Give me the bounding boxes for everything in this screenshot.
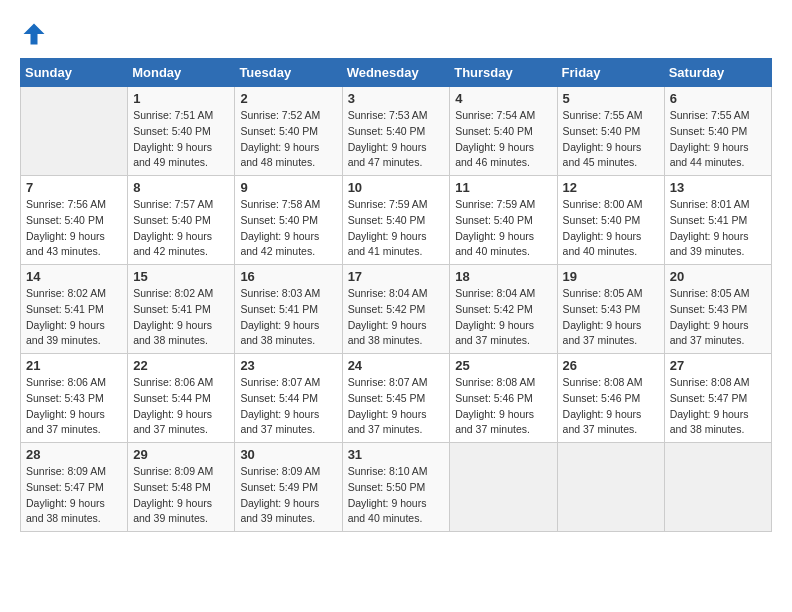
calendar-cell: 10Sunrise: 7:59 AMSunset: 5:40 PMDayligh… (342, 176, 450, 265)
day-info: Sunrise: 8:08 AMSunset: 5:46 PMDaylight:… (563, 375, 659, 438)
day-info: Sunrise: 7:53 AMSunset: 5:40 PMDaylight:… (348, 108, 445, 171)
day-info: Sunrise: 8:04 AMSunset: 5:42 PMDaylight:… (348, 286, 445, 349)
calendar-cell: 8Sunrise: 7:57 AMSunset: 5:40 PMDaylight… (128, 176, 235, 265)
calendar-cell: 25Sunrise: 8:08 AMSunset: 5:46 PMDayligh… (450, 354, 557, 443)
day-info: Sunrise: 8:06 AMSunset: 5:43 PMDaylight:… (26, 375, 122, 438)
calendar-cell (450, 443, 557, 532)
day-info: Sunrise: 7:52 AMSunset: 5:40 PMDaylight:… (240, 108, 336, 171)
day-number: 31 (348, 447, 445, 462)
calendar-table: SundayMondayTuesdayWednesdayThursdayFrid… (20, 58, 772, 532)
calendar-cell: 21Sunrise: 8:06 AMSunset: 5:43 PMDayligh… (21, 354, 128, 443)
col-header-sunday: Sunday (21, 59, 128, 87)
day-info: Sunrise: 7:56 AMSunset: 5:40 PMDaylight:… (26, 197, 122, 260)
day-number: 22 (133, 358, 229, 373)
calendar-cell: 16Sunrise: 8:03 AMSunset: 5:41 PMDayligh… (235, 265, 342, 354)
calendar-cell: 15Sunrise: 8:02 AMSunset: 5:41 PMDayligh… (128, 265, 235, 354)
calendar-cell: 29Sunrise: 8:09 AMSunset: 5:48 PMDayligh… (128, 443, 235, 532)
day-number: 3 (348, 91, 445, 106)
day-info: Sunrise: 8:09 AMSunset: 5:49 PMDaylight:… (240, 464, 336, 527)
day-number: 25 (455, 358, 551, 373)
col-header-wednesday: Wednesday (342, 59, 450, 87)
day-info: Sunrise: 8:05 AMSunset: 5:43 PMDaylight:… (670, 286, 766, 349)
col-header-friday: Friday (557, 59, 664, 87)
day-info: Sunrise: 7:54 AMSunset: 5:40 PMDaylight:… (455, 108, 551, 171)
day-number: 14 (26, 269, 122, 284)
logo (20, 20, 52, 48)
day-number: 8 (133, 180, 229, 195)
day-info: Sunrise: 8:02 AMSunset: 5:41 PMDaylight:… (133, 286, 229, 349)
day-number: 24 (348, 358, 445, 373)
calendar-cell (557, 443, 664, 532)
day-number: 9 (240, 180, 336, 195)
day-info: Sunrise: 7:55 AMSunset: 5:40 PMDaylight:… (670, 108, 766, 171)
day-number: 4 (455, 91, 551, 106)
calendar-cell: 13Sunrise: 8:01 AMSunset: 5:41 PMDayligh… (664, 176, 771, 265)
calendar-cell: 31Sunrise: 8:10 AMSunset: 5:50 PMDayligh… (342, 443, 450, 532)
calendar-cell: 4Sunrise: 7:54 AMSunset: 5:40 PMDaylight… (450, 87, 557, 176)
calendar-cell: 6Sunrise: 7:55 AMSunset: 5:40 PMDaylight… (664, 87, 771, 176)
calendar-week-4: 21Sunrise: 8:06 AMSunset: 5:43 PMDayligh… (21, 354, 772, 443)
calendar-cell: 3Sunrise: 7:53 AMSunset: 5:40 PMDaylight… (342, 87, 450, 176)
day-info: Sunrise: 8:03 AMSunset: 5:41 PMDaylight:… (240, 286, 336, 349)
calendar-cell (21, 87, 128, 176)
day-number: 23 (240, 358, 336, 373)
day-number: 11 (455, 180, 551, 195)
calendar-cell: 17Sunrise: 8:04 AMSunset: 5:42 PMDayligh… (342, 265, 450, 354)
day-number: 21 (26, 358, 122, 373)
day-number: 5 (563, 91, 659, 106)
calendar-cell: 24Sunrise: 8:07 AMSunset: 5:45 PMDayligh… (342, 354, 450, 443)
day-info: Sunrise: 8:08 AMSunset: 5:46 PMDaylight:… (455, 375, 551, 438)
day-number: 16 (240, 269, 336, 284)
calendar-cell: 11Sunrise: 7:59 AMSunset: 5:40 PMDayligh… (450, 176, 557, 265)
calendar-cell: 19Sunrise: 8:05 AMSunset: 5:43 PMDayligh… (557, 265, 664, 354)
day-number: 26 (563, 358, 659, 373)
calendar-cell (664, 443, 771, 532)
calendar-cell: 23Sunrise: 8:07 AMSunset: 5:44 PMDayligh… (235, 354, 342, 443)
day-number: 18 (455, 269, 551, 284)
day-info: Sunrise: 8:09 AMSunset: 5:47 PMDaylight:… (26, 464, 122, 527)
day-info: Sunrise: 7:59 AMSunset: 5:40 PMDaylight:… (455, 197, 551, 260)
day-number: 30 (240, 447, 336, 462)
calendar-cell: 7Sunrise: 7:56 AMSunset: 5:40 PMDaylight… (21, 176, 128, 265)
day-number: 15 (133, 269, 229, 284)
calendar-cell: 1Sunrise: 7:51 AMSunset: 5:40 PMDaylight… (128, 87, 235, 176)
calendar-cell: 20Sunrise: 8:05 AMSunset: 5:43 PMDayligh… (664, 265, 771, 354)
day-number: 6 (670, 91, 766, 106)
day-number: 1 (133, 91, 229, 106)
day-number: 29 (133, 447, 229, 462)
calendar-week-2: 7Sunrise: 7:56 AMSunset: 5:40 PMDaylight… (21, 176, 772, 265)
day-number: 27 (670, 358, 766, 373)
col-header-monday: Monday (128, 59, 235, 87)
col-header-saturday: Saturday (664, 59, 771, 87)
col-header-thursday: Thursday (450, 59, 557, 87)
day-info: Sunrise: 8:00 AMSunset: 5:40 PMDaylight:… (563, 197, 659, 260)
calendar-cell: 22Sunrise: 8:06 AMSunset: 5:44 PMDayligh… (128, 354, 235, 443)
header-row: SundayMondayTuesdayWednesdayThursdayFrid… (21, 59, 772, 87)
calendar-cell: 14Sunrise: 8:02 AMSunset: 5:41 PMDayligh… (21, 265, 128, 354)
col-header-tuesday: Tuesday (235, 59, 342, 87)
day-info: Sunrise: 7:59 AMSunset: 5:40 PMDaylight:… (348, 197, 445, 260)
logo-icon (20, 20, 48, 48)
day-info: Sunrise: 8:05 AMSunset: 5:43 PMDaylight:… (563, 286, 659, 349)
day-info: Sunrise: 8:01 AMSunset: 5:41 PMDaylight:… (670, 197, 766, 260)
day-number: 19 (563, 269, 659, 284)
day-info: Sunrise: 8:10 AMSunset: 5:50 PMDaylight:… (348, 464, 445, 527)
svg-marker-0 (24, 24, 45, 45)
day-info: Sunrise: 8:07 AMSunset: 5:45 PMDaylight:… (348, 375, 445, 438)
calendar-cell: 9Sunrise: 7:58 AMSunset: 5:40 PMDaylight… (235, 176, 342, 265)
day-number: 2 (240, 91, 336, 106)
calendar-cell: 27Sunrise: 8:08 AMSunset: 5:47 PMDayligh… (664, 354, 771, 443)
calendar-cell: 2Sunrise: 7:52 AMSunset: 5:40 PMDaylight… (235, 87, 342, 176)
day-info: Sunrise: 8:04 AMSunset: 5:42 PMDaylight:… (455, 286, 551, 349)
page-header (20, 20, 772, 48)
day-info: Sunrise: 8:07 AMSunset: 5:44 PMDaylight:… (240, 375, 336, 438)
calendar-week-3: 14Sunrise: 8:02 AMSunset: 5:41 PMDayligh… (21, 265, 772, 354)
day-info: Sunrise: 8:09 AMSunset: 5:48 PMDaylight:… (133, 464, 229, 527)
calendar-cell: 30Sunrise: 8:09 AMSunset: 5:49 PMDayligh… (235, 443, 342, 532)
day-number: 10 (348, 180, 445, 195)
day-number: 13 (670, 180, 766, 195)
day-number: 28 (26, 447, 122, 462)
calendar-week-1: 1Sunrise: 7:51 AMSunset: 5:40 PMDaylight… (21, 87, 772, 176)
day-info: Sunrise: 8:08 AMSunset: 5:47 PMDaylight:… (670, 375, 766, 438)
day-info: Sunrise: 7:55 AMSunset: 5:40 PMDaylight:… (563, 108, 659, 171)
